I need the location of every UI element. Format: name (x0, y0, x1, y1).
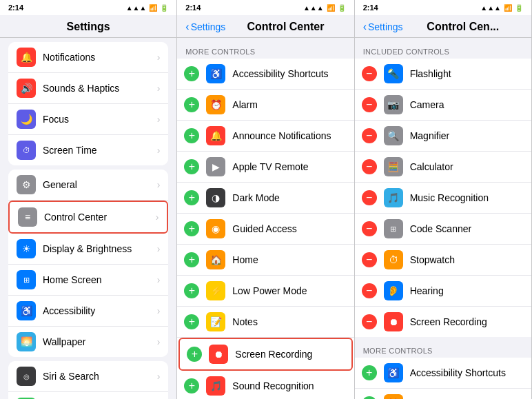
add-home-icon[interactable]: + (184, 252, 199, 267)
cc-back-label: Settings (191, 21, 226, 32)
remove-code-scanner[interactable]: − (362, 221, 377, 236)
settings-item-focus[interactable]: 🌙 Focus › (8, 104, 168, 135)
settings-item-screen-time[interactable]: ⏱ Screen Time › (8, 135, 168, 165)
settings-group-top: 🔔 Notifications › 🔊 Sounds & Haptics › 🌙… (8, 42, 168, 165)
wifi-icon-2: 📶 (327, 4, 335, 12)
inc-item-code-scanner[interactable]: − ⊞ Code Scanner (355, 214, 531, 245)
settings-group-general: ⚙ General › ≡ Control Center › ☀ Display… (8, 170, 168, 357)
cc-item-accessibility-shortcuts[interactable]: + ♿ Accessibility Shortcuts (177, 59, 354, 90)
accessibility-shortcuts-icon: ♿ (206, 64, 225, 83)
status-bar-2: 2:14 ▲▲▲ 📶 🔋 (177, 0, 354, 15)
cc-item-appletv[interactable]: + ▶ Apple TV Remote (177, 152, 354, 183)
inc-item-screen-rec[interactable]: − ⏺ Screen Recording (355, 307, 531, 337)
settings-list: 🔔 Notifications › 🔊 Sounds & Haptics › 🌙… (0, 38, 176, 399)
add-appletv-icon[interactable]: + (184, 159, 199, 174)
settings-item-faceid[interactable]: 👤 Face ID & Passcode › (8, 392, 168, 399)
notes-icon: 📝 (206, 312, 225, 331)
settings-group-lower: ◎ Siri & Search › 👤 Face ID & Passcode ›… (8, 361, 168, 399)
settings-item-siri[interactable]: ◎ Siri & Search › (8, 361, 168, 392)
settings-item-sounds[interactable]: 🔊 Sounds & Haptics › (8, 73, 168, 104)
wallpaper-icon: 🌅 (17, 332, 36, 351)
remove-stopwatch[interactable]: − (362, 252, 377, 267)
cc-back-button[interactable]: ‹ Settings (185, 21, 225, 33)
signal-icon: ▲▲▲ (126, 4, 147, 12)
calculator-label: Calculator (410, 161, 523, 172)
hearing-label: Hearing (410, 285, 523, 296)
accessibility2-label: Accessibility Shortcuts (410, 367, 523, 378)
display-label: Display & Brightness (43, 243, 157, 254)
notifications-label: Notifications (43, 52, 157, 63)
settings-title: Settings (8, 21, 168, 33)
cc-item-alarm[interactable]: + ⏰ Alarm (177, 90, 354, 121)
cc-item-screen-recording[interactable]: + ⏺ Screen Recording (178, 338, 352, 371)
general-label: General (43, 179, 157, 190)
code-scanner-label: Code Scanner (410, 223, 523, 234)
inc-item-flashlight[interactable]: − 🔦 Flashlight (355, 59, 531, 90)
settings-item-control-center[interactable]: ≡ Control Center › (8, 201, 168, 234)
inc-item-calculator[interactable]: − 🧮 Calculator (355, 152, 531, 183)
remove-calculator[interactable]: − (362, 159, 377, 174)
more2-item-accessibility[interactable]: + ♿ Accessibility Shortcuts (355, 358, 531, 389)
flashlight-label: Flashlight (410, 68, 523, 79)
screenrec-label: Screen Recording (235, 349, 342, 360)
cc2-back-chevron: ‹ (363, 21, 367, 33)
calculator-icon: 🧮 (384, 157, 403, 176)
add-guided-icon[interactable]: + (184, 221, 199, 236)
inc-item-magnifier[interactable]: − 🔍 Magnifier (355, 121, 531, 152)
camera-label: Camera (410, 99, 523, 110)
lowpower-icon: ⚡ (206, 281, 225, 300)
cc2-section-more: MORE CONTROLS (355, 337, 531, 358)
cc-item-low-power[interactable]: + ⚡ Low Power Mode (177, 276, 354, 307)
cc-item-sound-rec[interactable]: + 🎵 Sound Recognition (177, 371, 354, 399)
add2-alarm-icon[interactable]: + (362, 396, 377, 399)
settings-item-general[interactable]: ⚙ General › (8, 170, 168, 201)
cc-more-controls-list: + ♿ Accessibility Shortcuts + ⏰ Alarm + … (177, 59, 354, 399)
add-alarm-icon[interactable]: + (184, 97, 199, 112)
time-1: 2:14 (8, 3, 23, 12)
inc-item-hearing[interactable]: − 👂 Hearing (355, 276, 531, 307)
status-bar-1: 2:14 ▲▲▲ 📶 🔋 (0, 0, 176, 15)
remove-hearing[interactable]: − (362, 283, 377, 298)
home-label: Home (232, 254, 345, 265)
inc-item-music-rec[interactable]: − 🎵 Music Recognition (355, 183, 531, 214)
add-notes-icon[interactable]: + (184, 314, 199, 329)
stopwatch-icon: ⏱ (384, 250, 403, 269)
status-icons-2: ▲▲▲ 📶 🔋 (303, 4, 346, 12)
control-center-icon: ≡ (18, 207, 37, 227)
remove-magnifier[interactable]: − (362, 128, 377, 143)
settings-item-accessibility[interactable]: ♿ Accessibility › (8, 296, 168, 327)
settings-item-wallpaper[interactable]: 🌅 Wallpaper › (8, 327, 168, 357)
control-center-label: Control Center (44, 212, 156, 223)
more2-item-alarm[interactable]: + ⏰ Alarm (355, 389, 531, 399)
focus-icon: 🌙 (17, 110, 36, 129)
soundrec-label: Sound Recognition (232, 380, 345, 391)
inc-item-stopwatch[interactable]: − ⏱ Stopwatch (355, 245, 531, 276)
remove-music-rec[interactable]: − (362, 190, 377, 205)
remove-camera[interactable]: − (362, 97, 377, 112)
inc-item-camera[interactable]: − 📷 Camera (355, 90, 531, 121)
remove-screen-rec[interactable]: − (362, 314, 377, 329)
add-screenrec-icon[interactable]: + (187, 347, 202, 362)
add-accessibility-icon[interactable]: + (184, 66, 199, 81)
settings-item-home-screen[interactable]: ⊞ Home Screen › (8, 265, 168, 296)
cc-item-announce[interactable]: + 🔔 Announce Notifications (177, 121, 354, 152)
add-announce-icon[interactable]: + (184, 128, 199, 143)
add2-accessibility-icon[interactable]: + (362, 365, 377, 380)
cc2-back-button[interactable]: ‹ Settings (363, 21, 403, 33)
accessibility2-icon: ♿ (384, 363, 403, 382)
screen-time-label: Screen Time (43, 145, 157, 156)
focus-label: Focus (43, 114, 157, 125)
screenrec-icon: ⏺ (209, 345, 228, 364)
cc-item-home[interactable]: + 🏠 Home (177, 245, 354, 276)
settings-item-notifications[interactable]: 🔔 Notifications › (8, 42, 168, 73)
add-soundrec-icon[interactable]: + (184, 378, 199, 393)
settings-item-display[interactable]: ☀ Display & Brightness › (8, 234, 168, 265)
cc-item-notes[interactable]: + 📝 Notes (177, 307, 354, 338)
cc2-title: Control Cen... (403, 21, 523, 33)
cc-item-dark-mode[interactable]: + ◑ Dark Mode (177, 183, 354, 214)
guided-icon: ◉ (206, 219, 225, 238)
add-lowpower-icon[interactable]: + (184, 283, 199, 298)
add-darkmode-icon[interactable]: + (184, 190, 199, 205)
cc-item-guided[interactable]: + ◉ Guided Access (177, 214, 354, 245)
remove-flashlight[interactable]: − (362, 66, 377, 81)
